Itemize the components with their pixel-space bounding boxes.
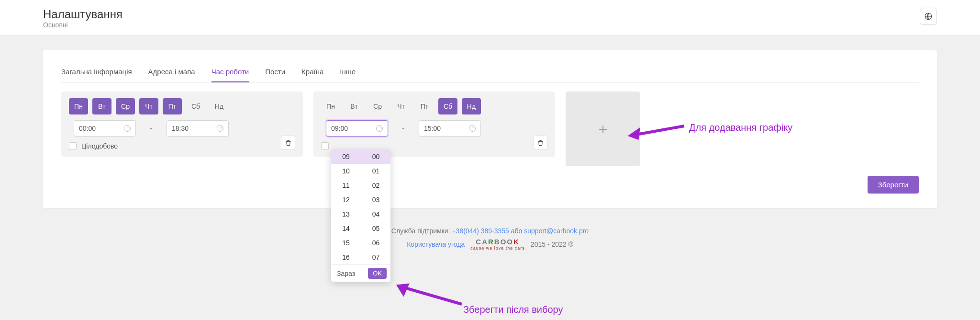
clock-icon [376, 125, 383, 132]
settings-tabs: Загальна інформація Адреса і мапа Час ро… [61, 64, 919, 83]
day-toggle-thu[interactable]: Чт [391, 98, 411, 114]
clock-icon [124, 125, 131, 132]
day-toggle-sat[interactable]: Сб [186, 98, 205, 114]
day-toggle-sat[interactable]: Сб [438, 98, 457, 114]
trash-icon [285, 139, 292, 147]
minute-option[interactable]: 02 [361, 178, 390, 193]
globe-icon [924, 12, 933, 21]
hour-option[interactable]: 10 [331, 164, 361, 178]
time-picker-dropdown: 09 10 11 12 13 14 15 16 00 01 02 03 04 0… [331, 149, 390, 274]
time-to-value: 18:30 [172, 125, 189, 132]
day-toggle-sun[interactable]: Нд [462, 98, 481, 114]
time-to-input[interactable]: 15:00 [419, 120, 481, 137]
day-toggle-mon[interactable]: Пн [69, 98, 88, 114]
clock-icon [217, 125, 223, 132]
allday-checkbox[interactable] [321, 142, 329, 150]
hour-option[interactable]: 11 [331, 178, 361, 193]
day-toggle-sun[interactable]: Нд [210, 98, 229, 114]
day-toggle-tue[interactable]: Вт [92, 98, 111, 114]
minute-option[interactable]: 07 [361, 250, 390, 264]
brand-logo: CARBOOK cause we love the cars [470, 238, 525, 251]
minute-option[interactable]: 01 [361, 164, 390, 178]
hour-column[interactable]: 09 10 11 12 13 14 15 16 [331, 149, 361, 264]
hour-option[interactable]: 12 [331, 193, 361, 207]
allday-label: Цілодобово [81, 142, 118, 150]
user-agreement-link[interactable]: Користувача угода [407, 240, 465, 248]
time-from-input[interactable]: 09:00 [326, 120, 388, 137]
delete-schedule-button[interactable] [281, 136, 295, 150]
svg-marker-2 [631, 130, 638, 138]
time-from-value: 00:00 [79, 125, 96, 132]
hour-option[interactable]: 16 [331, 250, 361, 264]
plus-icon: ＋ [596, 119, 610, 139]
tab-other[interactable]: Інше [340, 64, 356, 82]
tab-general[interactable]: Загальна інформація [61, 64, 132, 82]
hour-option[interactable]: 15 [331, 236, 361, 250]
minute-option[interactable]: 05 [361, 221, 390, 236]
minute-option[interactable]: 06 [361, 236, 390, 250]
annotation-arrow-icon [622, 122, 689, 141]
minute-column[interactable]: 00 01 02 03 04 05 06 07 [361, 149, 390, 264]
allday-checkbox[interactable] [69, 142, 77, 150]
day-toggle-wed[interactable]: Ср [116, 98, 135, 114]
language-button[interactable] [920, 8, 937, 25]
delete-schedule-button[interactable] [533, 136, 547, 150]
time-now-button[interactable]: Зараз [335, 270, 364, 275]
day-toggle-fri[interactable]: Пт [163, 98, 182, 114]
day-toggle-tue[interactable]: Вт [345, 98, 364, 114]
page-subtitle: Основні [43, 21, 122, 29]
day-toggle-mon[interactable]: Пн [321, 98, 340, 114]
page-title: Налаштування [43, 8, 122, 21]
day-toggle-thu[interactable]: Чт [139, 98, 158, 114]
support-phone-link[interactable]: +38(044) 389-3355 [452, 227, 509, 235]
time-from-value: 09:00 [331, 125, 348, 132]
support-prefix: Служба підтримки: [391, 227, 452, 235]
time-range-dash: - [392, 124, 415, 133]
support-email-link[interactable]: support@carbook.pro [524, 227, 589, 235]
minute-option[interactable]: 04 [361, 207, 390, 221]
time-to-value: 15:00 [424, 125, 441, 132]
time-from-input[interactable]: 00:00 [74, 120, 136, 137]
save-button[interactable]: Зберегти [868, 176, 919, 194]
tab-country[interactable]: Країна [301, 64, 323, 82]
tab-hours[interactable]: Час роботи [212, 64, 249, 82]
hour-option[interactable]: 14 [331, 221, 361, 236]
time-to-input[interactable]: 18:30 [167, 120, 229, 137]
day-toggle-wed[interactable]: Ср [368, 98, 387, 114]
day-toggle-fri[interactable]: Пт [415, 98, 434, 114]
schedule-card: Пн Вт Ср Чт Пт Сб Нд 00:00 - 18:30 [61, 91, 303, 157]
minute-option[interactable]: 00 [361, 149, 390, 164]
annotation-add: Для додавання графіку [689, 122, 792, 133]
time-ok-button[interactable]: OK [368, 268, 387, 274]
copyright-years: 2015 - 2022 ® [531, 240, 573, 248]
trash-icon [537, 139, 544, 147]
hour-option[interactable]: 13 [331, 207, 361, 221]
schedule-card: Пн Вт Ср Чт Пт Сб Нд 09:00 - 15:00 [313, 91, 555, 157]
tab-address[interactable]: Адреса і мапа [148, 64, 195, 82]
minute-option[interactable]: 03 [361, 193, 390, 207]
settings-panel: Загальна інформація Адреса і мапа Час ро… [43, 50, 937, 208]
hour-option[interactable]: 09 [331, 149, 361, 164]
clock-icon [469, 125, 476, 132]
page-footer: Служба підтримки: +38(044) 389-3355 або … [0, 208, 980, 274]
tab-posts[interactable]: Пости [265, 64, 285, 82]
support-or: або [511, 227, 524, 235]
time-range-dash: - [140, 124, 163, 133]
